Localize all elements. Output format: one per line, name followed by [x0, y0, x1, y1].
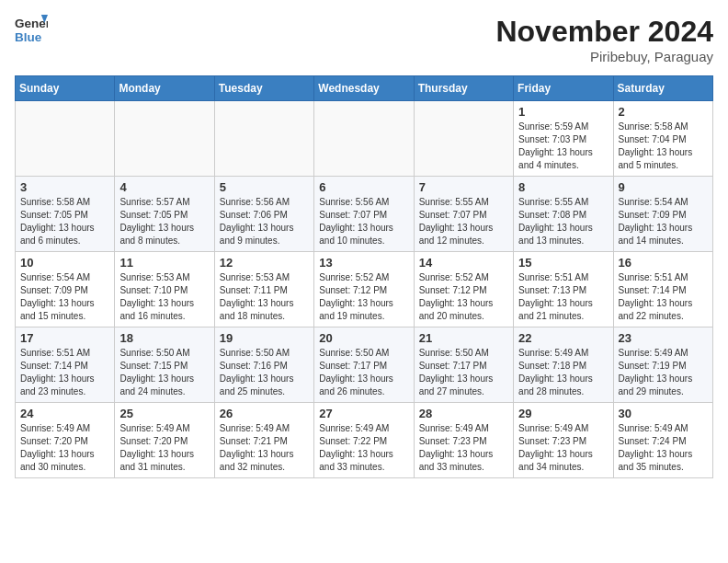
calendar-cell: 7Sunrise: 5:55 AM Sunset: 7:07 PM Daylig… — [414, 177, 513, 252]
calendar-cell: 5Sunrise: 5:56 AM Sunset: 7:06 PM Daylig… — [214, 177, 313, 252]
day-number: 25 — [119, 407, 209, 420]
calendar-cell: 28Sunrise: 5:49 AM Sunset: 7:23 PM Dayli… — [414, 403, 513, 478]
day-info: Sunrise: 5:54 AM Sunset: 7:09 PM Dayligh… — [20, 271, 109, 323]
day-number: 23 — [619, 331, 708, 345]
day-number: 6 — [319, 180, 408, 194]
day-number: 22 — [518, 331, 608, 345]
calendar-cell: 8Sunrise: 5:55 AM Sunset: 7:08 PM Daylig… — [514, 177, 613, 252]
day-number: 2 — [619, 105, 708, 119]
day-info: Sunrise: 5:50 AM Sunset: 7:17 PM Dayligh… — [419, 347, 508, 398]
calendar-cell: 17Sunrise: 5:51 AM Sunset: 7:14 PM Dayli… — [16, 327, 115, 403]
calendar-cell: 21Sunrise: 5:50 AM Sunset: 7:17 PM Dayli… — [414, 327, 513, 403]
day-of-week-header: Thursday — [414, 76, 513, 101]
day-of-week-header: Monday — [115, 76, 214, 101]
day-number: 9 — [619, 180, 708, 194]
calendar-cell: 6Sunrise: 5:56 AM Sunset: 7:07 PM Daylig… — [314, 177, 414, 252]
day-info: Sunrise: 5:49 AM Sunset: 7:19 PM Dayligh… — [619, 347, 708, 398]
calendar-cell: 3Sunrise: 5:58 AM Sunset: 7:05 PM Daylig… — [16, 177, 115, 252]
day-info: Sunrise: 5:51 AM Sunset: 7:14 PM Dayligh… — [619, 271, 708, 323]
day-info: Sunrise: 5:49 AM Sunset: 7:23 PM Dayligh… — [419, 422, 508, 474]
day-number: 27 — [319, 407, 408, 420]
day-info: Sunrise: 5:49 AM Sunset: 7:18 PM Dayligh… — [518, 347, 608, 398]
day-number: 30 — [619, 407, 708, 420]
day-of-week-header: Saturday — [613, 76, 712, 101]
day-of-week-header: Wednesday — [314, 76, 414, 101]
calendar-cell: 25Sunrise: 5:49 AM Sunset: 7:20 PM Dayli… — [115, 403, 214, 478]
day-info: Sunrise: 5:51 AM Sunset: 7:14 PM Dayligh… — [20, 347, 109, 398]
location: Piribebuy, Paraguay — [495, 49, 713, 64]
day-number: 18 — [119, 331, 209, 345]
day-of-week-header: Friday — [514, 76, 613, 101]
calendar-cell: 11Sunrise: 5:53 AM Sunset: 7:10 PM Dayli… — [115, 252, 214, 327]
calendar-table: SundayMondayTuesdayWednesdayThursdayFrid… — [15, 75, 713, 478]
day-info: Sunrise: 5:59 AM Sunset: 7:03 PM Dayligh… — [518, 121, 608, 172]
day-number: 14 — [419, 256, 508, 270]
calendar-week-row: 24Sunrise: 5:49 AM Sunset: 7:20 PM Dayli… — [16, 403, 713, 478]
calendar-cell — [214, 101, 313, 177]
day-info: Sunrise: 5:52 AM Sunset: 7:12 PM Dayligh… — [319, 271, 408, 323]
day-info: Sunrise: 5:52 AM Sunset: 7:12 PM Dayligh… — [419, 271, 508, 323]
day-number: 5 — [220, 180, 309, 194]
calendar-cell: 19Sunrise: 5:50 AM Sunset: 7:16 PM Dayli… — [214, 327, 313, 403]
day-number: 15 — [518, 256, 608, 270]
calendar-cell: 22Sunrise: 5:49 AM Sunset: 7:18 PM Dayli… — [514, 327, 613, 403]
day-number: 16 — [619, 256, 708, 270]
month-title: November 2024 — [495, 15, 713, 49]
day-info: Sunrise: 5:49 AM Sunset: 7:20 PM Dayligh… — [20, 422, 109, 474]
calendar-cell: 29Sunrise: 5:49 AM Sunset: 7:23 PM Dayli… — [514, 403, 613, 478]
day-info: Sunrise: 5:49 AM Sunset: 7:22 PM Dayligh… — [319, 422, 408, 474]
day-number: 20 — [319, 331, 408, 345]
calendar-cell: 9Sunrise: 5:54 AM Sunset: 7:09 PM Daylig… — [613, 177, 712, 252]
day-info: Sunrise: 5:49 AM Sunset: 7:23 PM Dayligh… — [518, 422, 608, 474]
day-number: 29 — [518, 407, 608, 420]
calendar-week-row: 1Sunrise: 5:59 AM Sunset: 7:03 PM Daylig… — [16, 101, 713, 177]
day-number: 8 — [518, 180, 608, 194]
day-of-week-header: Tuesday — [214, 76, 313, 101]
calendar-cell: 15Sunrise: 5:51 AM Sunset: 7:13 PM Dayli… — [514, 252, 613, 327]
svg-text:General: General — [15, 17, 48, 30]
day-info: Sunrise: 5:54 AM Sunset: 7:09 PM Dayligh… — [619, 196, 708, 247]
day-info: Sunrise: 5:49 AM Sunset: 7:20 PM Dayligh… — [119, 422, 209, 474]
day-info: Sunrise: 5:50 AM Sunset: 7:17 PM Dayligh… — [319, 347, 408, 398]
day-number: 10 — [20, 256, 109, 270]
calendar-cell — [414, 101, 513, 177]
day-number: 1 — [518, 105, 608, 119]
logo: GeneralBlue — [15, 15, 48, 48]
day-number: 3 — [20, 180, 109, 194]
calendar-week-row: 17Sunrise: 5:51 AM Sunset: 7:14 PM Dayli… — [16, 327, 713, 403]
svg-text:Blue: Blue — [15, 30, 42, 44]
day-info: Sunrise: 5:56 AM Sunset: 7:07 PM Dayligh… — [319, 196, 408, 247]
calendar-cell: 20Sunrise: 5:50 AM Sunset: 7:17 PM Dayli… — [314, 327, 414, 403]
calendar-cell: 26Sunrise: 5:49 AM Sunset: 7:21 PM Dayli… — [214, 403, 313, 478]
day-info: Sunrise: 5:58 AM Sunset: 7:04 PM Dayligh… — [619, 121, 708, 172]
calendar-cell — [314, 101, 414, 177]
day-number: 21 — [419, 331, 508, 345]
day-info: Sunrise: 5:51 AM Sunset: 7:13 PM Dayligh… — [518, 271, 608, 323]
page-header: GeneralBlue November 2024 Piribebuy, Par… — [15, 15, 713, 64]
calendar-cell: 16Sunrise: 5:51 AM Sunset: 7:14 PM Dayli… — [613, 252, 712, 327]
calendar-cell: 13Sunrise: 5:52 AM Sunset: 7:12 PM Dayli… — [314, 252, 414, 327]
day-number: 19 — [220, 331, 309, 345]
day-info: Sunrise: 5:53 AM Sunset: 7:11 PM Dayligh… — [220, 271, 309, 323]
calendar-week-row: 3Sunrise: 5:58 AM Sunset: 7:05 PM Daylig… — [16, 177, 713, 252]
day-info: Sunrise: 5:55 AM Sunset: 7:08 PM Dayligh… — [518, 196, 608, 247]
day-number: 7 — [419, 180, 508, 194]
calendar-cell: 18Sunrise: 5:50 AM Sunset: 7:15 PM Dayli… — [115, 327, 214, 403]
day-number: 4 — [119, 180, 209, 194]
day-info: Sunrise: 5:56 AM Sunset: 7:06 PM Dayligh… — [220, 196, 309, 247]
calendar-cell: 1Sunrise: 5:59 AM Sunset: 7:03 PM Daylig… — [514, 101, 613, 177]
calendar-cell: 23Sunrise: 5:49 AM Sunset: 7:19 PM Dayli… — [613, 327, 712, 403]
day-info: Sunrise: 5:58 AM Sunset: 7:05 PM Dayligh… — [20, 196, 109, 247]
day-of-week-header: Sunday — [16, 76, 115, 101]
day-number: 11 — [119, 256, 209, 270]
calendar-cell: 12Sunrise: 5:53 AM Sunset: 7:11 PM Dayli… — [214, 252, 313, 327]
calendar-cell — [115, 101, 214, 177]
calendar-cell: 4Sunrise: 5:57 AM Sunset: 7:05 PM Daylig… — [115, 177, 214, 252]
calendar-week-row: 10Sunrise: 5:54 AM Sunset: 7:09 PM Dayli… — [16, 252, 713, 327]
calendar-cell: 27Sunrise: 5:49 AM Sunset: 7:22 PM Dayli… — [314, 403, 414, 478]
day-number: 26 — [220, 407, 309, 420]
calendar-cell — [16, 101, 115, 177]
logo-icon: GeneralBlue — [15, 15, 48, 48]
day-info: Sunrise: 5:50 AM Sunset: 7:15 PM Dayligh… — [119, 347, 209, 398]
calendar-header-row: SundayMondayTuesdayWednesdayThursdayFrid… — [16, 76, 713, 101]
